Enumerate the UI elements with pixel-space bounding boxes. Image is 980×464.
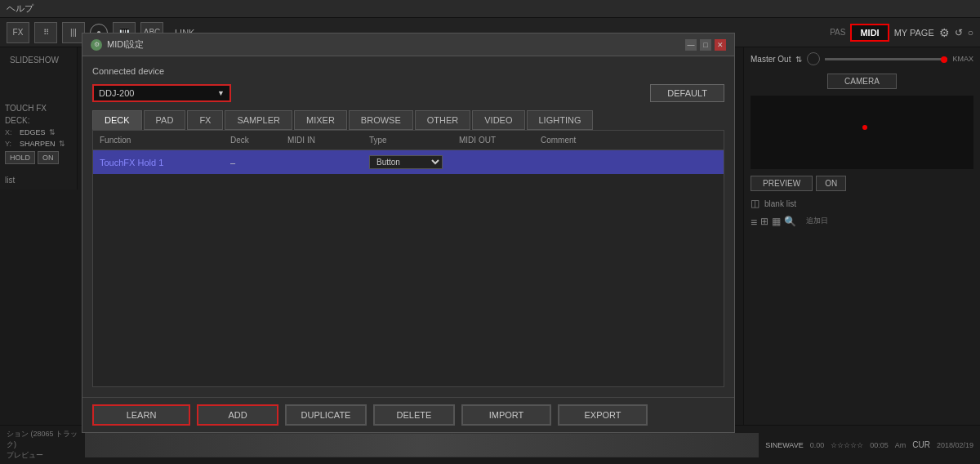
bottom-right-info: SINEWAVE 0.00 ☆☆☆☆☆ 00:05 Am CUR 2018/02… [765, 440, 973, 449]
tab-video[interactable]: VIDEO [472, 110, 524, 130]
learn-button[interactable]: LEARN [92, 404, 190, 426]
connected-label: Connected device [92, 66, 164, 76]
table-row[interactable]: TouchFX Hold 1 – Button [93, 150, 724, 174]
y-control-row: Y: SHARPEN ⇅ [0, 138, 77, 149]
deck-value: – [230, 158, 235, 167]
top-menu: ヘルプ [0, 0, 980, 18]
y-value: SHARPEN [20, 140, 56, 148]
toolbar-right: PAS MIDI MY PAGE ⚙ ↺ ○ [830, 24, 973, 42]
am-pm: Am [895, 441, 906, 449]
preview-on-button[interactable]: ON [816, 176, 846, 191]
star-rating[interactable]: ☆☆☆☆☆ [831, 441, 863, 449]
tab-lighting[interactable]: LIGHTING [527, 110, 594, 130]
tab-sampler[interactable]: SAMPLER [225, 110, 292, 130]
modal-body: Connected device DDJ-200 ▼ DEFAULT DECK … [82, 56, 734, 397]
time-current: 0.00 [810, 441, 825, 449]
th-midi-out: MIDI OUT [452, 134, 534, 146]
y-arrows[interactable]: ⇅ [59, 140, 65, 148]
midi-table: Function Deck MIDI IN Type MIDI OUT Comm… [92, 130, 724, 387]
cur-label: CUR [912, 440, 930, 449]
delete-button[interactable]: DELETE [373, 404, 455, 426]
gear-icon[interactable]: ⚙ [939, 26, 950, 39]
modal-maximize[interactable]: □ [700, 39, 711, 51]
add-button[interactable]: ADD [197, 404, 278, 426]
modal-minimize[interactable]: — [685, 39, 697, 51]
master-out-label: Master Out [751, 55, 791, 64]
preview-label: プレビュー [7, 450, 80, 461]
preview-on-row: PREVIEW ON [744, 172, 980, 194]
table-header: Function Deck MIDI IN Type MIDI OUT Comm… [93, 131, 724, 150]
modal-titlebar: ⚙ MIDI設定 — □ ✕ [82, 33, 734, 56]
menu-item-help[interactable]: ヘルプ [7, 2, 33, 15]
add-label: 追加日 [806, 216, 828, 229]
toolbar-extra: ○ [968, 27, 973, 38]
default-button[interactable]: DEFAULT [650, 84, 724, 102]
toolbar-icon-grid[interactable]: ⠿ [34, 22, 57, 43]
slideshow-section: SLIDESHOW [0, 51, 77, 69]
track-label: ション (28065 トラック) [7, 429, 80, 450]
track-name: SINEWAVE [765, 441, 804, 449]
time-total: 00:05 [870, 441, 889, 449]
tab-deck[interactable]: DECK [92, 110, 142, 130]
kmax-label: KMAX [952, 55, 973, 63]
list-controls: ◫ blank list [744, 194, 980, 212]
right-grid-icon[interactable]: ⊞ [760, 216, 768, 229]
camera-dot [862, 125, 867, 130]
modal-title: MIDI設定 [107, 38, 685, 51]
th-function: Function [93, 134, 224, 146]
td-function: TouchFX Hold 1 [93, 156, 224, 169]
list-icon[interactable]: ◫ [751, 198, 760, 209]
left-sidebar: SLIDESHOW TOUCH FX DECK: X: EDGES ⇅ Y: S… [0, 47, 78, 190]
past-label: PAS [830, 28, 845, 37]
duplicate-button[interactable]: DUPLICATE [285, 404, 367, 426]
midi-button[interactable]: MIDI [850, 24, 889, 42]
volume-slider[interactable] [825, 58, 947, 60]
x-value: EDGES [20, 128, 46, 136]
camera-button[interactable]: CAMERA [827, 74, 897, 89]
th-deck: Deck [224, 134, 281, 146]
right-panel: Master Out ⇅ KMAX CAMERA PREVIEW ON ◫ bl… [743, 47, 980, 464]
blank-list-label: blank list [764, 199, 796, 208]
device-select-row: DDJ-200 ▼ DEFAULT [92, 84, 724, 102]
device-select[interactable]: DDJ-200 ▼ [92, 84, 231, 102]
tab-browse[interactable]: BROWSE [349, 110, 413, 130]
hold-on-row: HOLD ON [0, 149, 77, 166]
touch-fx-label: TOUCH FX [0, 102, 77, 114]
list-label: list [0, 174, 77, 186]
volume-dot [941, 56, 947, 63]
on-button[interactable]: ON [38, 151, 59, 164]
mypage-button[interactable]: MY PAGE [894, 28, 934, 38]
modal-footer: LEARN ADD DUPLICATE DELETE IMPORT EXPORT [82, 397, 734, 432]
td-deck: – [224, 156, 281, 169]
right-col-icon[interactable]: ▦ [772, 216, 781, 229]
toolbar-arrows[interactable]: ↺ [955, 27, 963, 38]
x-control-row: X: EDGES ⇅ [0, 127, 77, 138]
hold-button[interactable]: HOLD [5, 151, 35, 164]
tab-pad[interactable]: PAD [144, 110, 186, 130]
device-dropdown-arrow[interactable]: ▼ [217, 89, 225, 97]
tabs-row: DECK PAD FX SAMPLER MIXER BROWSE OTHER V… [92, 110, 724, 130]
track-info-left: ション (28065 トラック) プレビュー [7, 429, 78, 461]
master-out-arrows[interactable]: ⇅ [795, 55, 802, 64]
tab-fx[interactable]: FX [187, 110, 223, 130]
master-knob[interactable] [807, 52, 820, 65]
export-button[interactable]: EXPORT [558, 404, 648, 426]
import-button[interactable]: IMPORT [461, 404, 551, 426]
right-list-icon[interactable]: ≡ [751, 216, 757, 229]
preview-button[interactable]: PREVIEW [751, 176, 813, 191]
camera-preview [751, 96, 973, 169]
tab-mixer[interactable]: MIXER [294, 110, 347, 130]
type-select[interactable]: Button [369, 155, 443, 169]
master-out-row: Master Out ⇅ KMAX [744, 47, 980, 70]
x-arrows[interactable]: ⇅ [49, 128, 56, 136]
toolbar-icon-fx[interactable]: FX [7, 22, 29, 43]
device-value: DDJ-200 [99, 88, 134, 98]
y-label: Y: [5, 140, 16, 148]
modal-close[interactable]: ✕ [715, 39, 726, 51]
td-type: Button [363, 154, 452, 171]
td-midi-out [452, 161, 534, 164]
th-comment: Comment [534, 134, 724, 146]
tab-other[interactable]: OTHER [415, 110, 471, 130]
connected-device-row: Connected device [92, 66, 724, 76]
right-search-icon[interactable]: 🔍 [784, 216, 796, 229]
